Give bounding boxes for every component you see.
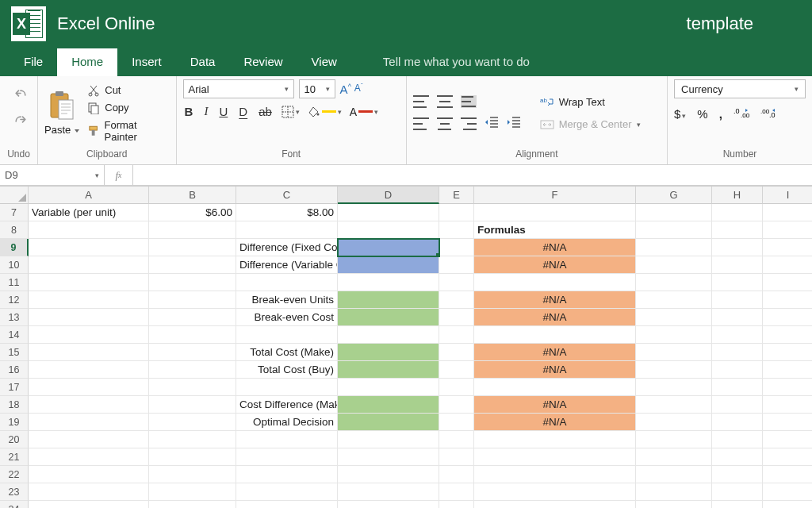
font-color-button[interactable]: A▾ (350, 106, 378, 118)
cell[interactable] (29, 239, 149, 256)
cell[interactable] (636, 414, 712, 431)
cell[interactable] (763, 344, 812, 361)
col-header-E[interactable]: E (439, 187, 474, 204)
cell[interactable] (149, 274, 236, 291)
active-cell[interactable] (338, 239, 439, 256)
cell[interactable] (712, 466, 763, 483)
cell[interactable] (149, 379, 236, 396)
cell[interactable] (636, 466, 712, 483)
row-header[interactable]: 20 (0, 431, 29, 448)
cell[interactable] (439, 483, 474, 501)
row-header[interactable]: 23 (0, 483, 29, 501)
select-all-corner[interactable] (0, 187, 29, 204)
row-header[interactable]: 16 (0, 361, 29, 379)
cell[interactable]: #N/A (474, 344, 636, 361)
cell[interactable] (636, 396, 712, 414)
cell[interactable]: #N/A (474, 256, 636, 274)
col-header-G[interactable]: G (636, 187, 712, 204)
number-format-select[interactable]: Currency▾ (674, 79, 806, 98)
font-name-select[interactable]: Arial▾ (183, 79, 294, 98)
cell[interactable] (712, 431, 763, 448)
cell[interactable] (712, 414, 763, 431)
cell[interactable]: $8.00 (236, 204, 338, 221)
cell[interactable] (29, 466, 149, 483)
cell[interactable] (712, 239, 763, 256)
col-header-A[interactable]: A (29, 187, 149, 204)
cell[interactable] (439, 326, 474, 344)
cut-button[interactable]: Cut (87, 84, 169, 97)
cell[interactable] (236, 326, 338, 344)
cell[interactable] (763, 256, 812, 274)
cell[interactable] (439, 309, 474, 326)
align-center-button[interactable] (437, 117, 453, 130)
cell[interactable] (474, 379, 636, 396)
cell[interactable] (439, 361, 474, 379)
row-header[interactable]: 19 (0, 414, 29, 431)
cell[interactable] (29, 326, 149, 344)
cell[interactable]: Total Cost (Make) (236, 344, 338, 361)
cell[interactable] (439, 501, 474, 508)
cell[interactable] (763, 431, 812, 448)
row-header[interactable]: 8 (0, 221, 29, 239)
row-header[interactable]: 24 (0, 501, 29, 508)
cell[interactable] (29, 256, 149, 274)
cell[interactable] (29, 448, 149, 466)
cell[interactable] (29, 396, 149, 414)
cell[interactable] (439, 344, 474, 361)
cell[interactable] (636, 274, 712, 291)
cell[interactable]: Total Cost (Buy) (236, 361, 338, 379)
cell[interactable] (149, 239, 236, 256)
italic-button[interactable]: I (202, 105, 209, 118)
cell[interactable] (149, 344, 236, 361)
align-middle-button[interactable] (437, 95, 453, 108)
cell[interactable] (763, 221, 812, 239)
cell[interactable] (236, 483, 338, 501)
tab-file[interactable]: File (10, 48, 57, 76)
cell[interactable] (712, 204, 763, 221)
cell[interactable] (763, 309, 812, 326)
tab-home[interactable]: Home (57, 48, 117, 76)
cell[interactable] (439, 466, 474, 483)
align-bottom-button[interactable] (461, 95, 477, 108)
cell[interactable] (474, 431, 636, 448)
cell[interactable] (439, 256, 474, 274)
accounting-format-button[interactable]: $▾ (674, 107, 686, 121)
tell-me-search[interactable]: Tell me what you want to do (383, 48, 530, 76)
cell[interactable] (763, 466, 812, 483)
row-header[interactable]: 21 (0, 448, 29, 466)
cell[interactable] (149, 501, 236, 508)
align-left-button[interactable] (413, 117, 429, 130)
cell[interactable] (439, 274, 474, 291)
cell[interactable] (29, 379, 149, 396)
cell[interactable] (474, 483, 636, 501)
cell[interactable] (712, 396, 763, 414)
cell[interactable] (149, 309, 236, 326)
cell[interactable] (636, 256, 712, 274)
cell[interactable] (338, 326, 439, 344)
cell[interactable] (236, 221, 338, 239)
cell[interactable] (149, 466, 236, 483)
cell[interactable] (236, 379, 338, 396)
cell[interactable] (338, 414, 439, 431)
copy-button[interactable]: Copy (87, 102, 169, 114)
decrease-decimal-button[interactable]: .00.0 (760, 106, 776, 121)
cell[interactable] (636, 448, 712, 466)
cell[interactable] (29, 221, 149, 239)
row-header[interactable]: 7 (0, 204, 29, 221)
cell[interactable] (712, 256, 763, 274)
cell[interactable] (474, 448, 636, 466)
merge-center-button[interactable]: Merge & Center ▾ (540, 118, 641, 131)
cell[interactable] (149, 431, 236, 448)
cell[interactable] (474, 274, 636, 291)
cell[interactable] (338, 221, 439, 239)
cell[interactable] (712, 448, 763, 466)
cell[interactable] (636, 309, 712, 326)
cell[interactable] (636, 204, 712, 221)
cell[interactable] (636, 501, 712, 508)
cell[interactable] (29, 291, 149, 309)
cell[interactable]: Difference (Fixed Costs) (236, 239, 338, 256)
cell[interactable] (149, 483, 236, 501)
cell[interactable]: Difference (Variable Costs) (236, 256, 338, 274)
cell[interactable] (636, 344, 712, 361)
align-right-button[interactable] (461, 117, 477, 130)
